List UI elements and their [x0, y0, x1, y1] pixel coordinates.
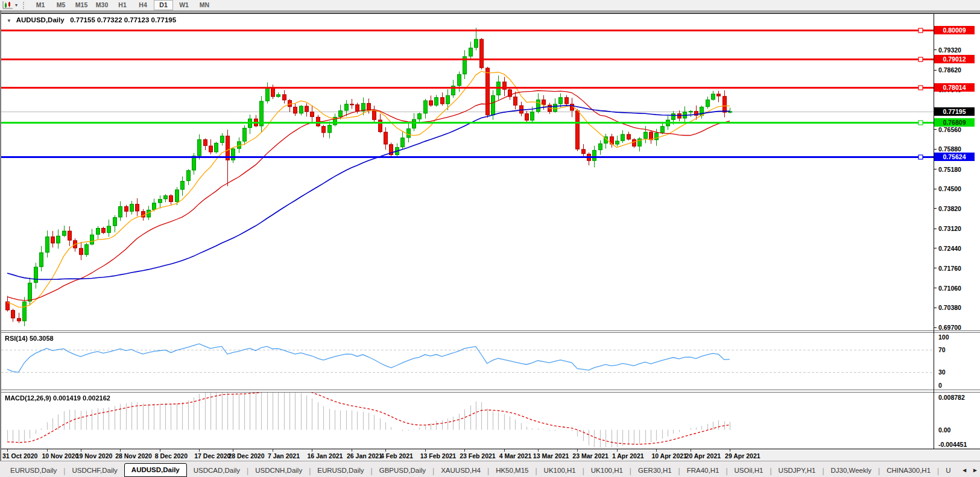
chart-tab-usoil-h1[interactable]: USOil,H1	[728, 465, 770, 476]
price-tick-label: 0.71060	[938, 285, 961, 292]
date-axis-label: 31 Oct 2020	[2, 452, 37, 460]
chart-tab-usdcnh-daily[interactable]: USDCNH,Daily	[248, 465, 309, 476]
date-axis-label: 29 Apr 2021	[725, 452, 760, 460]
current-price-badge: 0.77195	[934, 107, 975, 116]
date-tick-mark	[425, 449, 426, 452]
chart-tab-hk50-m15[interactable]: HK50,M15	[489, 465, 535, 476]
rsi-axis-label: 0	[938, 382, 942, 389]
date-axis-label: 28 Dec 2020	[228, 452, 264, 460]
date-tick-mark	[730, 449, 730, 452]
date-axis-label: 23 Mar 2021	[572, 452, 609, 460]
chart-tab-fra40-h1[interactable]: FRA40,H1	[680, 465, 726, 476]
rsi-axis-label: 70	[938, 346, 946, 353]
timeframe-button-m30[interactable]: M30	[92, 0, 112, 10]
timeframe-button-h4[interactable]: H4	[133, 0, 153, 10]
chart-tab-u[interactable]: U	[939, 465, 957, 476]
date-tick-mark	[577, 449, 578, 452]
price-tick-mark	[934, 49, 937, 50]
date-tick-mark	[47, 449, 48, 452]
macd-axis-label: 0.008782	[938, 394, 965, 401]
tab-scroll-left-icon[interactable]: ◄	[961, 467, 967, 474]
chart-tab-uk100-h1[interactable]: UK100,H1	[537, 465, 583, 476]
timeframe-buttons: M1M5M15M30H1H4D1W1MN	[30, 0, 215, 10]
price-tick-label: 0.69700	[938, 324, 961, 331]
timeframe-button-d1[interactable]: D1	[154, 0, 173, 10]
rsi-axis-label: 100	[938, 333, 949, 341]
price-tick-label: 0.73120	[938, 225, 961, 232]
chart-tab-uk100-h1[interactable]: UK100,H1	[584, 465, 630, 476]
tab-scroll-controls: ◄ ►	[959, 467, 978, 474]
price-tick-mark	[934, 169, 937, 169]
timeframe-toolbar: ▾ M1M5M15M30H1H4D1W1MN	[0, 0, 980, 11]
chart-title: ▼ AUDUSD,Daily 0.77155 0.77322 0.77123 0…	[5, 16, 176, 24]
date-axis-label: 10 Nov 2020	[42, 452, 79, 460]
chart-tab-dj30-weekly[interactable]: DJ30,Weekly	[824, 465, 879, 476]
date-tick-mark	[656, 449, 657, 452]
chart-tab-xauusd-h4[interactable]: XAUUSD,H4	[434, 465, 487, 476]
price-level-badge: 0.75624	[934, 153, 975, 161]
price-level-badge: 0.80009	[934, 26, 975, 34]
chart-tab-audusd-daily[interactable]: AUDUSD,Daily	[124, 463, 187, 477]
price-tick-mark	[934, 70, 937, 71]
timeframe-button-mn[interactable]: MN	[195, 0, 214, 10]
price-tick-label: 0.70380	[938, 304, 961, 311]
macd-indicator-label: MACD(12,26,9) 0.001419 0.002162	[5, 394, 110, 402]
macd-axis-label: -0.004451	[938, 441, 967, 448]
date-axis-label: 4 Mar 2021	[499, 452, 532, 460]
chart-tab-usdcad-daily[interactable]: USDCAD,Daily	[187, 465, 247, 476]
price-level-badge: 0.78014	[934, 83, 975, 92]
chart-tab-china300-h1[interactable]: CHINA300,H1	[880, 465, 937, 476]
date-tick-mark	[504, 449, 505, 452]
chart-tab-usdchf-daily[interactable]: USDCHF,Daily	[65, 465, 124, 476]
chart-tab-eurusd-daily[interactable]: EURUSD,Daily	[4, 465, 63, 476]
chart-tab-gbpusd-daily[interactable]: GBPUSD,Daily	[373, 465, 432, 476]
chart-ohlc-values: 0.77155 0.77322 0.77123 0.77195	[70, 16, 176, 24]
chart-tab-usdjpy-h1[interactable]: USDJPY,H1	[772, 465, 823, 476]
date-tick-mark	[160, 449, 160, 452]
macd-pane-canvas[interactable]	[1, 393, 934, 449]
price-level-badge: 0.76809	[934, 118, 975, 127]
price-tick-mark	[934, 327, 937, 328]
price-axis-separator	[934, 14, 934, 449]
rsi-pane-canvas[interactable]	[1, 333, 934, 389]
timeframe-button-w1[interactable]: W1	[174, 0, 194, 10]
chart-tab-ger30-h1[interactable]: GER30,H1	[631, 465, 678, 476]
tab-scroll-right-icon[interactable]: ►	[972, 467, 978, 474]
timeframe-button-m5[interactable]: M5	[51, 0, 71, 10]
macd-axis-label: 0.00	[938, 426, 950, 434]
price-tick-label: 0.75880	[938, 145, 961, 153]
date-axis-label: 4 Feb 2021	[381, 452, 413, 460]
price-tick-label: 0.79320	[938, 46, 961, 54]
date-axis-label: 23 Feb 2021	[460, 452, 496, 460]
price-tick-label: 0.75180	[938, 166, 961, 173]
timeframe-button-h1[interactable]: H1	[113, 0, 132, 10]
date-axis-label: 28 Nov 2020	[115, 452, 152, 460]
price-level-badge: 0.79012	[934, 55, 975, 63]
price-chart-canvas[interactable]	[1, 14, 934, 330]
price-tick-label: 0.78620	[938, 66, 961, 74]
date-axis-label: 20 Apr 2021	[686, 452, 721, 460]
price-tick-mark	[934, 149, 937, 150]
chart-tab-bar: EURUSD,Daily|USDCHF,DailyAUDUSD,DailyUSD…	[0, 461, 980, 477]
chart-tab-eurusd-daily[interactable]: EURUSD,Daily	[311, 465, 370, 476]
rsi-axis-label: 30	[938, 368, 946, 376]
price-tick-label: 0.73820	[938, 205, 961, 212]
date-tick-mark	[385, 449, 386, 452]
collapse-caret-icon[interactable]: ▼	[7, 18, 11, 24]
timeframe-button-m1[interactable]: M1	[31, 0, 50, 10]
price-tick-mark	[934, 129, 937, 130]
timeframe-button-m15[interactable]: M15	[72, 0, 91, 10]
price-tick-mark	[934, 308, 937, 308]
date-tick-mark	[233, 449, 233, 452]
date-tick-mark	[273, 449, 273, 452]
date-tick-mark	[312, 449, 312, 452]
price-tick-label: 0.76560	[938, 126, 961, 133]
date-tick-mark	[199, 449, 200, 452]
date-tick-mark	[7, 449, 8, 452]
price-tick-label: 0.72440	[938, 245, 961, 252]
toolbar-grip	[23, 2, 25, 9]
mt4-window: ▾ M1M5M15M30H1H4D1W1MN ▼ AUDUSD,Daily 0.…	[0, 0, 980, 477]
chart-type-icon[interactable]: ▾	[2, 1, 17, 9]
price-tick-mark	[934, 288, 937, 288]
price-tick-mark	[934, 189, 937, 189]
